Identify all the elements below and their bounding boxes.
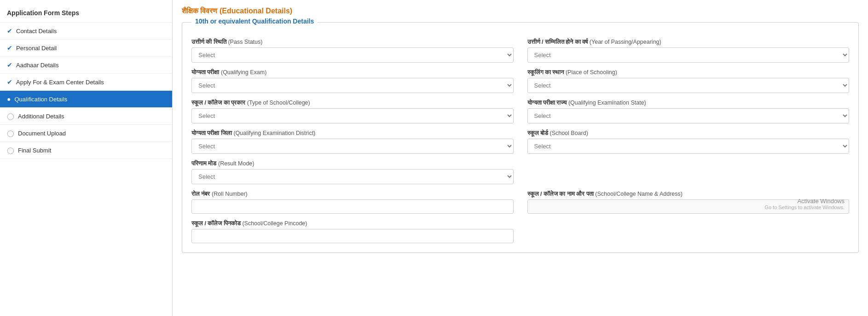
input-roll-number[interactable] (191, 199, 514, 214)
form-group-roll-number: रोल नंबर (Roll Number) (191, 191, 514, 214)
select-qualifying-exam[interactable]: Select (191, 78, 514, 93)
sidebar-item-label: Final Submit (18, 147, 51, 154)
label-school-college-name: स्कूल / कॉलेज का नाम और पता (School/Coll… (527, 191, 850, 198)
select-pass-status[interactable]: Select (191, 47, 514, 63)
empty-cell-pincode (527, 220, 850, 243)
sidebar-item-additional-details[interactable]: ◯ Additional Details (0, 108, 172, 125)
form-group-school-board: स्कूल बोर्ड (School Board) Select (527, 130, 850, 154)
check-icon: ✔ (7, 27, 12, 35)
sidebar-item-document-upload[interactable]: ◯ Document Upload (0, 125, 172, 142)
form-group-school-college-name: स्कूल / कॉलेज का नाम और पता (School/Coll… (527, 191, 850, 214)
sidebar-item-apply-for-exam[interactable]: ✔ Apply For & Exam Center Details (0, 74, 172, 91)
label-school-board: स्कूल बोर्ड (School Board) (527, 130, 850, 137)
label-type-of-school: स्कूल / कॉलेज का प्रकार (Type of School/… (191, 99, 514, 106)
sidebar-item-final-submit[interactable]: ◯ Final Submit (0, 142, 172, 159)
sidebar-item-label: Apply For & Exam Center Details (16, 79, 104, 86)
sidebar: Application Form Steps ✔ Contact Details… (0, 0, 173, 316)
circle-icon: ◯ (7, 112, 14, 120)
input-school-pincode[interactable] (191, 229, 514, 243)
label-pass-status: उत्तीर्ण की स्थिति (Pass Status) (191, 39, 514, 46)
label-result-mode: परिणाम मोड (Result Mode) (191, 160, 514, 167)
form-group-qualifying-exam-state: योग्यता परीक्षा राज्य (Qualifying Examin… (527, 99, 850, 123)
select-qualifying-exam-district[interactable]: Select (191, 139, 514, 154)
select-year-of-passing[interactable]: Select (527, 47, 850, 63)
sidebar-title: Application Form Steps (0, 5, 172, 23)
select-type-of-school[interactable]: Select (191, 108, 514, 123)
section-card-title: 10th or equivalent Qualification Details (191, 18, 318, 25)
form-group-type-of-school: स्कूल / कॉलेज का प्रकार (Type of School/… (191, 99, 514, 123)
label-place-of-schooling: स्कूलिंग का स्थान (Place of Schooling) (527, 69, 850, 76)
sidebar-item-contact-details[interactable]: ✔ Contact Details (0, 23, 172, 40)
label-qualifying-exam: योग्यता परीक्षा (Qualifying Exam) (191, 69, 514, 76)
label-roll-number: रोल नंबर (Roll Number) (191, 191, 514, 198)
page-heading-hindi: शैक्षिक विवरण (182, 7, 217, 15)
check-icon: ✔ (7, 61, 12, 69)
form-group-qualifying-exam-district: योग्यता परीक्षा जिला (Qualifying Examina… (191, 130, 514, 154)
check-circle-icon: ● (7, 95, 11, 103)
select-place-of-schooling[interactable]: Select (527, 78, 850, 93)
sidebar-item-label: Additional Details (18, 113, 64, 120)
form-group-school-pincode: स्कूल / कॉलेज पिनकोड (School/College Pin… (191, 220, 514, 243)
page-heading: शैक्षिक विवरण (Educational Details) (182, 7, 859, 15)
sidebar-item-qualification-details[interactable]: ● Qualification Details (0, 91, 172, 108)
sidebar-item-label: Aadhaar Details (16, 62, 59, 69)
label-qualifying-exam-district: योग्यता परीक्षा जिला (Qualifying Examina… (191, 130, 514, 137)
check-icon: ✔ (7, 44, 12, 52)
input-school-college-name[interactable] (527, 199, 850, 214)
form-group-result-mode: परिणाम मोड (Result Mode) Select (191, 160, 514, 184)
form-group-place-of-schooling: स्कूलिंग का स्थान (Place of Schooling) S… (527, 69, 850, 93)
sidebar-item-label: Contact Details (16, 28, 57, 35)
form-group-year-of-passing: उत्तीर्ण / सम्मिलित होने का वर्ष (Year o… (527, 39, 850, 63)
label-year-of-passing: उत्तीर्ण / सम्मिलित होने का वर्ष (Year o… (527, 39, 850, 46)
select-result-mode[interactable]: Select (191, 169, 514, 184)
select-qualifying-exam-state[interactable]: Select (527, 108, 850, 123)
circle-icon: ◯ (7, 129, 14, 137)
circle-icon: ◯ (7, 146, 14, 154)
qualification-section-card: 10th or equivalent Qualification Details… (182, 22, 859, 253)
label-qualifying-exam-state: योग्यता परीक्षा राज्य (Qualifying Examin… (527, 99, 850, 106)
sidebar-item-label: Qualification Details (14, 96, 67, 103)
sidebar-item-personal-detail[interactable]: ✔ Personal Detail (0, 40, 172, 57)
sidebar-item-label: Personal Detail (16, 45, 57, 52)
sidebar-item-label: Document Upload (18, 130, 66, 137)
form-group-pass-status: उत्तीर्ण की स्थिति (Pass Status) Select (191, 39, 514, 63)
main-content: शैक्षिक विवरण (Educational Details) 10th… (173, 0, 868, 316)
select-school-board[interactable]: Select (527, 139, 850, 154)
sidebar-item-aadhaar-details[interactable]: ✔ Aadhaar Details (0, 57, 172, 74)
page-heading-english: (Educational Details) (220, 7, 292, 15)
label-school-pincode: स्कूल / कॉलेज पिनकोड (School/College Pin… (191, 220, 514, 227)
check-icon: ✔ (7, 78, 12, 86)
empty-cell-result-mode (527, 160, 850, 184)
form-group-qualifying-exam: योग्यता परीक्षा (Qualifying Exam) Select (191, 69, 514, 93)
